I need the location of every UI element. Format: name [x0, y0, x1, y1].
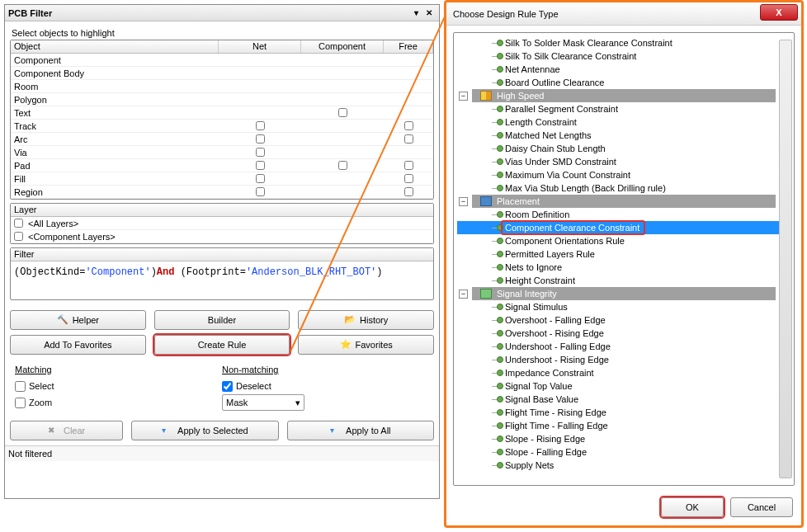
apply-to-all-button[interactable]: Apply to All — [287, 421, 434, 440]
tree-item[interactable]: Slope - Rising Edge — [457, 432, 790, 445]
cancel-button[interactable]: Cancel — [730, 497, 793, 517]
layer-checkbox[interactable] — [14, 232, 23, 241]
object-checkbox[interactable] — [404, 134, 413, 144]
tree-item-label: Component Clearance Constraint — [505, 223, 639, 233]
tree-item[interactable]: Room Definition — [457, 208, 790, 221]
collapse-icon[interactable]: − — [459, 197, 468, 206]
tree-category[interactable]: −Signal Integrity — [472, 287, 776, 300]
tree-item[interactable]: Supply Nets — [457, 459, 790, 472]
object-row[interactable]: Component Body — [11, 67, 433, 80]
object-checkbox[interactable] — [338, 161, 347, 170]
tree-category[interactable]: −High Speed — [472, 89, 776, 102]
tree-item[interactable]: Signal Base Value — [457, 393, 790, 406]
col-free[interactable]: Free — [384, 40, 433, 53]
tree-item[interactable]: Silk To Solder Mask Clearance Constraint — [457, 36, 790, 49]
tree-item[interactable]: Signal Stimulus — [457, 300, 790, 313]
tree-item[interactable]: Board Outline Clearance — [457, 76, 790, 89]
rule-icon — [497, 422, 503, 429]
object-row[interactable]: Region — [11, 186, 433, 199]
tree-item[interactable]: Matched Net Lengths — [457, 129, 790, 142]
object-row[interactable]: Fill — [11, 172, 433, 186]
matching-select-checkbox[interactable] — [15, 381, 26, 392]
object-row[interactable]: Text — [11, 106, 433, 120]
dialog-close-button[interactable]: X — [760, 4, 798, 21]
collapse-icon[interactable]: − — [459, 290, 468, 299]
object-checkbox[interactable] — [404, 187, 413, 196]
tree-category[interactable]: −Placement — [472, 195, 776, 208]
tree-item[interactable]: Daisy Chain Stub Length — [457, 142, 790, 155]
rule-icon — [497, 251, 503, 257]
matching-zoom-checkbox[interactable] — [15, 398, 26, 408]
tree-item[interactable]: Length Constraint — [457, 115, 790, 129]
history-button[interactable]: History — [298, 310, 434, 330]
builder-button[interactable]: Builder — [154, 310, 290, 330]
pin-icon[interactable]: ▾ — [409, 7, 422, 20]
tree-item[interactable]: Impedance Constraint — [457, 366, 790, 379]
col-component[interactable]: Component — [301, 40, 384, 53]
tree-item[interactable]: Permitted Layers Rule — [457, 247, 790, 261]
object-check-cell — [384, 161, 433, 170]
tree-item[interactable]: Signal Top Value — [457, 379, 790, 393]
tree-item[interactable]: Max Via Stub Length (Back Drilling rule) — [457, 181, 790, 195]
object-row[interactable]: Pad — [11, 159, 433, 172]
favorites-button[interactable]: Favorites — [298, 335, 434, 355]
layer-checkbox[interactable] — [14, 219, 23, 228]
clear-label: Clear — [64, 426, 85, 435]
create-rule-button[interactable]: Create Rule — [154, 335, 290, 355]
layer-row[interactable]: <Component Layers> — [11, 230, 433, 243]
category-label: High Speed — [497, 91, 545, 101]
object-checkbox[interactable] — [404, 121, 413, 130]
ok-button[interactable]: OK — [661, 497, 724, 517]
col-net[interactable]: Net — [219, 40, 301, 53]
object-name: Track — [11, 121, 219, 131]
layer-header[interactable]: Layer — [11, 204, 433, 217]
object-row[interactable]: Polygon — [11, 93, 433, 106]
tree-item[interactable]: Undershoot - Falling Edge — [457, 340, 790, 353]
object-checkbox[interactable] — [338, 108, 347, 117]
apply-to-selected-button[interactable]: Apply to Selected — [131, 421, 278, 440]
tree-item[interactable]: Slope - Falling Edge — [457, 445, 790, 459]
object-checkbox[interactable] — [256, 148, 265, 157]
object-row[interactable]: Component — [11, 54, 433, 67]
tree-item[interactable]: Component Orientations Rule — [457, 234, 790, 247]
object-checkbox[interactable] — [404, 161, 413, 170]
tree-item[interactable]: Flight Time - Rising Edge — [457, 406, 790, 419]
object-checkbox[interactable] — [256, 161, 265, 170]
collapse-icon[interactable]: − — [459, 92, 468, 101]
tree-item[interactable]: Parallel Segment Constraint — [457, 102, 790, 115]
layer-row[interactable]: <All Layers> — [11, 217, 433, 230]
mask-select[interactable]: Mask ▾ — [222, 394, 304, 411]
nonmatching-deselect-checkbox[interactable] — [222, 381, 233, 392]
tree-item[interactable]: Maximum Via Count Constraint — [457, 168, 790, 181]
object-row[interactable]: Room — [11, 80, 433, 93]
clear-button[interactable]: Clear — [10, 421, 123, 440]
tree-item[interactable]: Net Antennae — [457, 63, 790, 76]
tree-item[interactable]: Overshoot - Rising Edge — [457, 327, 790, 340]
rule-tree[interactable]: Silk To Solder Mask Clearance Constraint… — [453, 32, 795, 486]
object-row[interactable]: Arc — [11, 133, 433, 146]
tree-item[interactable]: Vias Under SMD Constraint — [457, 155, 790, 168]
rule-icon — [497, 264, 503, 271]
tree-item[interactable]: Overshoot - Falling Edge — [457, 313, 790, 327]
tree-item[interactable]: Flight Time - Falling Edge — [457, 419, 790, 432]
object-row[interactable]: Via — [11, 146, 433, 159]
object-name: Region — [11, 187, 219, 197]
object-row[interactable]: Track — [11, 120, 433, 133]
tree-item[interactable]: Component Clearance Constraint — [457, 221, 790, 234]
filter-expression[interactable]: (ObjectKind='Component')And (Footprint='… — [14, 265, 430, 294]
add-to-favorites-button[interactable]: Add To Favorites — [10, 335, 146, 355]
object-checkbox[interactable] — [256, 187, 265, 196]
object-checkbox[interactable] — [256, 134, 265, 144]
col-object[interactable]: Object — [11, 40, 219, 53]
tree-item[interactable]: Silk To Silk Clearance Constraint — [457, 49, 790, 63]
object-checkbox[interactable] — [404, 174, 413, 183]
helper-button[interactable]: Helper — [10, 310, 146, 330]
dialog-titlebar: Choose Design Rule Type X — [446, 2, 801, 26]
close-icon[interactable]: ✕ — [422, 7, 436, 20]
object-checkbox[interactable] — [256, 174, 265, 183]
tree-item[interactable]: Nets to Ignore — [457, 261, 790, 274]
star-icon — [340, 339, 352, 351]
tree-item[interactable]: Height Constraint — [457, 274, 790, 287]
tree-item[interactable]: Undershoot - Rising Edge — [457, 353, 790, 366]
object-checkbox[interactable] — [256, 121, 265, 130]
